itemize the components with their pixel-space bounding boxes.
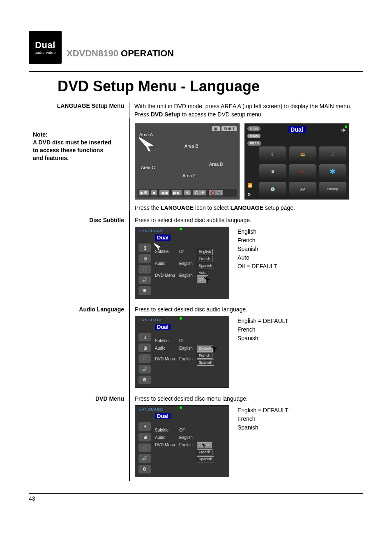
area-a-label: Area A	[139, 132, 154, 151]
top-btn-subt: SUB.T	[221, 126, 237, 131]
lm-nav-2: 🖥	[138, 254, 151, 263]
screenshot-areas: ▦ SUB.T Area A Area B Area C Area D Area…	[135, 123, 240, 200]
signal-icon: 🕪	[341, 127, 346, 133]
lm-nav-4: 🔊	[138, 454, 151, 463]
lm-settings-list: SubtitleOff AudioEnglish English French …	[155, 338, 225, 367]
model-code: XDVDN8190	[67, 48, 118, 58]
lm-nav-5: ⚙	[138, 376, 151, 384]
brand-logo: Dual audio·video	[29, 31, 62, 64]
lm-status-dot-icon	[180, 406, 182, 409]
main-pill-1: MAIN	[247, 126, 261, 131]
audio-text: Press to select desired disc audio langu…	[135, 306, 363, 313]
tuner-icon: 📶	[247, 183, 252, 188]
dvdmenu-options: English = DEFAULT French Spanish	[238, 402, 288, 432]
ab-icon: A→B	[193, 190, 206, 195]
mm-cell-navi: Navi	[289, 164, 316, 179]
main-pill-2: MAIN	[247, 134, 261, 138]
mm-cell-7: 💿	[259, 182, 286, 197]
lm-nav-4: 🔊	[138, 365, 151, 374]
page-number: 43	[29, 495, 35, 502]
lm-nav-2: 🖥	[138, 433, 151, 441]
mm-cell-1: 🎚	[259, 146, 286, 162]
lm-tab-label: LANGUAGE	[139, 407, 163, 411]
screenshot-lang-dvdmenu: LANGUAGE Dual 🎚 🖥 🎵 🔊 ⚙ SubtitleOff Audi…	[135, 405, 229, 477]
disc-subtitle-options: English French Spanish Auto Off = DEFAUL…	[238, 223, 277, 271]
cursor-black-icon	[202, 443, 206, 448]
repeat-icon: ⟲	[184, 190, 191, 195]
note-line2: to access these functions	[33, 146, 125, 154]
mm-cell-8: AV	[289, 182, 316, 197]
lm-settings-list: SubtitleOff English French Spanish Auto …	[155, 248, 225, 284]
lm-nav-1: 🎚	[138, 244, 151, 252]
lm-tab-label: LANGUAGE	[139, 318, 163, 322]
mm-cell-standby: Standby	[319, 182, 346, 197]
lm-status-dot-icon	[180, 317, 182, 320]
mm-cell-2: 📻	[289, 146, 316, 162]
page-title: DVD Setup Menu - Language	[58, 78, 363, 95]
area-c-label: Area C	[141, 165, 155, 170]
lm-nav-3: 🎵	[138, 265, 151, 274]
top-btn-grid: ▦	[212, 126, 220, 131]
lm-nav-3: 🎵	[138, 354, 151, 363]
lm-nav-1: 🎚	[138, 333, 151, 341]
press-language-text: Press the LANGUAGE icon to select LANGUA…	[135, 204, 363, 211]
screenshot-lang-audio: LANGUAGE Dual 🎚 🖥 🎵 🔊 ⚙ SubtitleOff Audi…	[135, 316, 229, 388]
area-e-label: Area E	[182, 173, 196, 178]
main-dual-logo: Dual	[288, 126, 305, 133]
lm-tab-label: LANGUAGE	[139, 229, 163, 233]
model-heading: XDVDN8190 OPERATION	[67, 48, 174, 64]
label-disc-subtitle: Disc Subtitle	[33, 211, 129, 303]
lm-status-dot-icon	[180, 228, 182, 230]
lm-nav-4: 🔊	[138, 276, 151, 284]
intro-bold: DVD Setup	[151, 111, 180, 118]
operation-label: OPERATION	[121, 48, 174, 58]
rewind-icon: ◀◀	[159, 190, 169, 195]
volume-icon: 🔇 🔊	[209, 190, 223, 195]
lm-side-nav: 🎚 🖥 🎵 🔊 ⚙	[138, 422, 151, 473]
lm-nav-5: ⚙	[138, 286, 151, 295]
note-line3: and features.	[33, 154, 125, 162]
playback-bar: ▶/II ■ ◀◀ ▶▶ ⟲ A→B 🔇 🔊	[138, 189, 237, 197]
lm-dual-logo: Dual	[155, 324, 171, 330]
rear-pill: REAR	[247, 141, 261, 146]
lm-nav-5: ⚙	[138, 465, 151, 473]
mm-cell-4: 🖥	[259, 164, 286, 179]
lm-side-nav: 🎚 🖥 🎵 🔊 ⚙	[138, 244, 151, 295]
note-block: Note: A DVD disc must be inserted to acc…	[33, 118, 125, 162]
screenshot-lang-subtitle: LANGUAGE Dual 🎚 🖥 🎵 🔊 ⚙	[135, 227, 229, 299]
cursor-icon	[139, 137, 154, 151]
lm-settings-list: SubtitleOff AudioEnglish DVD MenuEnglish…	[155, 427, 225, 463]
note-title: Note:	[33, 131, 125, 139]
label-dvd-menu: DVD Menu	[33, 392, 129, 481]
lm-nav-2: 🖥	[138, 343, 151, 352]
note-line1: A DVD disc must be inserted	[33, 139, 125, 146]
audio-options: English = DEFAULT French Spanish	[238, 313, 288, 343]
mm-cell-bt: ✱	[319, 164, 346, 179]
play-pause-icon: ▶/II	[139, 190, 149, 195]
lm-side-nav: 🎚 🖥 🎵 🔊 ⚙	[138, 333, 151, 384]
stop-icon: ■	[151, 190, 157, 195]
settings-icon: ⚙	[247, 192, 251, 197]
logo-text-main: Dual	[35, 40, 55, 51]
disc-subtitle-text: Press to select desired disc subtitle la…	[135, 217, 363, 223]
logo-text-sub: audio·video	[35, 51, 56, 55]
lm-dual-logo: Dual	[155, 234, 171, 241]
label-language-setup: LANGUAGE Setup Menu	[33, 102, 129, 118]
label-audio-language: Audio Language	[33, 303, 129, 392]
main-menu-grid: 🎚 📻 🎵 🖥 Navi ✱ 💿 AV Standby	[259, 146, 346, 197]
area-b-label: Area B	[184, 144, 198, 149]
lm-dual-logo: Dual	[155, 413, 171, 419]
mm-cell-3: 🎵	[319, 146, 346, 162]
intro-text: With the unit in DVD mode, press AREA A …	[129, 102, 363, 118]
area-d-label: Area D	[209, 162, 223, 167]
header-rule	[29, 71, 363, 72]
screenshot-main-menu: MAIN MAIN REAR Dual 🕪 🎚 📻 🎵 🖥 Navi ✱ 💿 A…	[244, 123, 349, 200]
lm-nav-1: 🎚	[138, 422, 151, 431]
intro-part2: to access the DVD setup menu.	[180, 111, 263, 118]
dvdmenu-text: Press to select desired disc menu langua…	[135, 395, 363, 402]
forward-icon: ▶▶	[172, 190, 182, 195]
lm-nav-3: 🎵	[138, 443, 151, 452]
